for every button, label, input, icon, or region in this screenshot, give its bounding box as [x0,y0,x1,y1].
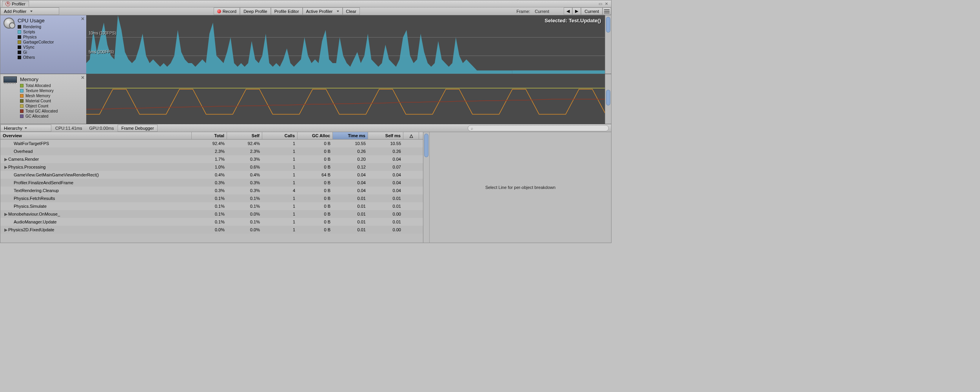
row-selfms: 0.04 [368,172,403,177]
row-calls: 1 [262,196,298,201]
table-row[interactable]: WaitForTargetFPS 92.4% 92.4% 1 0 B 10.55… [0,140,423,147]
close-icon[interactable]: ✕ [81,75,85,80]
table-row[interactable]: Physics.Simulate 0.1% 0.1% 1 0 B 0.01 0.… [0,202,423,210]
table-header: Overview Total Self Calls GC Alloc Time … [0,132,423,140]
legend-item[interactable]: Gi [18,50,54,55]
row-gc: 0 B [298,165,333,169]
record-button[interactable]: Record [214,7,240,15]
legend-swatch [20,89,24,93]
expand-icon[interactable]: ▶ [4,157,8,162]
prev-frame-button[interactable]: ◀ [564,7,572,15]
legend-item[interactable]: Scripts [18,29,54,34]
profiler-window: Profiler ▭ ✕ Add Profiler Record Deep Pr… [0,0,612,243]
row-selfms: 0.01 [368,204,403,209]
table-row[interactable]: Physics.FetchResults 0.1% 0.1% 1 0 B 0.0… [0,194,423,202]
legend-label: Physics [23,34,36,40]
legend-item[interactable]: Object Count [20,103,58,109]
row-calls: 4 [262,188,298,193]
row-selfms: 10.55 [368,141,403,146]
col-sort-indicator[interactable]: △ [403,132,419,139]
deep-profile-button[interactable]: Deep Profile [240,7,271,15]
row-selfms: 0.26 [368,149,403,154]
toolbar-menu-button[interactable] [603,7,611,15]
legend-label: Gi [23,50,27,55]
chart-scrollbar[interactable] [605,74,611,124]
cpu-legend-panel[interactable]: ✕ CPU Usage RenderingScriptsPhysicsGarba… [0,15,86,74]
legend-item[interactable]: GC Allocated [20,114,58,119]
cpu-chart[interactable]: Selected: Test.Update() 10ms (100FPS) 5m… [86,15,605,74]
selected-label: Selected: Test.Update() [544,18,601,24]
chart-scrollbar[interactable] [605,15,611,74]
close-icon[interactable]: ✕ [81,16,85,22]
row-gc: 0 B [298,227,333,232]
legend-label: Rendering [23,24,41,29]
row-time: 0.04 [333,172,368,177]
titlebar: Profiler ▭ ✕ [0,0,611,7]
row-time: 10.55 [333,141,368,146]
col-gc[interactable]: GC Alloc [298,132,333,139]
row-time: 0.01 [333,227,368,232]
table-row[interactable]: AudioManager.Update 0.1% 0.1% 1 0 B 0.01… [0,218,423,226]
legend-item[interactable]: Mesh Memory [20,93,58,98]
legend-item[interactable]: Material Count [20,98,58,103]
active-profiler-dropdown[interactable]: Active Profiler [303,7,343,15]
table-row[interactable]: Overhead 2.3% 2.3% 1 0 B 0.26 0.26 [0,147,423,155]
next-frame-button[interactable]: ▶ [572,7,581,15]
row-total: 0.3% [192,188,227,193]
legend-item[interactable]: Rendering [18,24,54,29]
expand-icon[interactable]: ▶ [4,212,8,217]
cpu-chart-row: ✕ CPU Usage RenderingScriptsPhysicsGarba… [0,15,611,74]
row-calls: 1 [262,220,298,224]
legend-swatch [18,35,21,39]
memory-legend-panel[interactable]: ✕ Memory Total AllocatedTexture MemoryMe… [0,74,86,124]
col-time[interactable]: Time ms [333,132,368,139]
expand-icon[interactable]: ▶ [4,227,8,232]
hierarchy-dropdown[interactable]: Hierarchy [0,125,51,132]
legend-item[interactable]: Texture Memory [20,88,58,93]
cpu-time-label: CPU:11.41ms [55,126,82,131]
col-selfms[interactable]: Self ms [368,132,403,139]
legend-item[interactable]: Others [18,55,54,60]
legend-item[interactable]: GarbageCollector [18,40,54,45]
table-row[interactable]: TextRendering.Cleanup 0.3% 0.3% 4 0 B 0.… [0,187,423,194]
row-gc: 0 B [298,180,333,185]
expand-icon[interactable]: ▶ [4,165,8,170]
window-tab[interactable]: Profiler [2,1,29,7]
row-name: GameView.GetMainGameViewRenderRect() [14,172,99,177]
table-row[interactable]: ▶Camera.Render 1.7% 0.3% 1 0 B 0.20 0.04 [0,155,423,163]
row-calls: 1 [262,180,298,185]
table-row[interactable]: ▶Monobehaviour.OnMouse_ 0.1% 0.0% 1 0 B … [0,210,423,218]
legend-item[interactable]: Total Allocated [20,83,58,88]
col-self[interactable]: Self [227,132,262,139]
search-input[interactable] [468,125,609,131]
table-scrollbar[interactable] [423,132,429,243]
profile-editor-button[interactable]: Profile Editor [271,7,303,15]
table-row[interactable]: Profiler.FinalizeAndSendFrame 0.3% 0.3% … [0,179,423,187]
record-icon [217,9,221,13]
legend-item[interactable]: Physics [18,34,54,40]
col-calls[interactable]: Calls [262,132,298,139]
table-row[interactable]: ▶Physics2D.FixedUpdate 0.0% 0.0% 1 0 B 0… [0,226,423,234]
legend-label: GC Allocated [25,114,48,119]
memory-title: Memory [20,76,58,82]
row-calls: 1 [262,172,298,177]
close-icon[interactable]: ✕ [603,1,610,7]
legend-item[interactable]: VSync [18,45,54,50]
current-frame-button[interactable]: Current [581,7,603,15]
clear-button[interactable]: Clear [343,7,360,15]
memory-chart[interactable] [86,74,605,124]
row-total: 1.0% [192,165,227,169]
row-self: 0.1% [227,220,262,224]
row-total: 2.3% [192,149,227,154]
add-profiler-dropdown[interactable]: Add Profiler [0,7,59,15]
frame-debugger-button[interactable]: Frame Debugger [118,125,157,132]
dock-icon[interactable]: ▭ [597,1,603,7]
legend-label: Scripts [23,29,35,34]
table-row[interactable]: ▶Physics.Processing 1.0% 0.6% 1 0 B 0.12… [0,163,423,171]
col-total[interactable]: Total [192,132,227,139]
table-row[interactable]: GameView.GetMainGameViewRenderRect() 0.4… [0,171,423,179]
col-overview[interactable]: Overview [0,132,192,139]
legend-label: Texture Memory [25,88,54,93]
row-name: Overhead [14,149,33,154]
legend-item[interactable]: Total GC Allocated [20,109,58,114]
